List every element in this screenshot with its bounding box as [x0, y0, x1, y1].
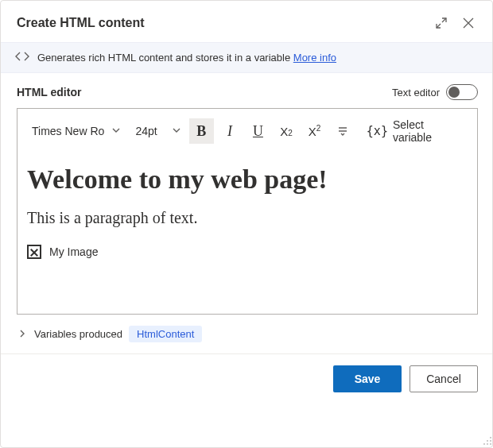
info-text: Generates rich HTML content and stores i… — [37, 52, 336, 64]
expand-button[interactable] — [430, 12, 452, 34]
editor-toolbar: Times New Rom 24pt B I U X2 X2 — [17, 109, 477, 153]
toggle-knob — [448, 87, 460, 98]
font-family-value: Times New Rom — [32, 125, 105, 137]
code-icon — [15, 51, 29, 64]
editor-header-row: HTML editor Text editor — [17, 84, 478, 100]
select-variable-label: Select variable — [393, 118, 464, 144]
superscript-button[interactable]: X2 — [302, 118, 328, 144]
variables-produced-row[interactable]: Variables produced HtmlContent — [17, 315, 478, 347]
toolbar-overflow-button[interactable] — [330, 118, 355, 144]
svg-point-4 — [487, 443, 488, 445]
svg-point-1 — [490, 440, 491, 442]
dialog-header: Create HTML content — [1, 1, 493, 42]
broken-image-icon — [27, 245, 41, 259]
info-strip: Generates rich HTML content and stores i… — [1, 42, 493, 73]
font-size-value: 24pt — [135, 125, 165, 137]
overflow-icon — [338, 126, 347, 137]
text-editor-toggle[interactable] — [446, 84, 478, 100]
underline-button[interactable]: U — [246, 118, 271, 144]
chevron-down-icon — [111, 125, 121, 137]
close-icon — [463, 17, 474, 29]
expand-icon — [436, 17, 447, 29]
close-button[interactable] — [457, 12, 479, 34]
editor-frame: Times New Rom 24pt B I U X2 X2 — [17, 108, 478, 315]
chevron-right-icon — [17, 328, 28, 340]
more-info-link[interactable]: More info — [293, 52, 336, 64]
variables-produced-label: Variables produced — [34, 328, 122, 340]
font-family-combo[interactable]: Times New Rom — [25, 119, 126, 143]
svg-point-5 — [483, 443, 485, 445]
text-editor-label: Text editor — [392, 87, 440, 98]
variable-chip[interactable]: HtmlContent — [129, 326, 202, 342]
cancel-button[interactable]: Cancel — [410, 365, 478, 392]
italic-button[interactable]: I — [217, 118, 243, 144]
content-image-alt: My Image — [49, 245, 98, 258]
resize-grip-icon — [483, 436, 492, 446]
svg-point-2 — [490, 443, 491, 445]
variable-icon: {x} — [367, 124, 388, 138]
editor-canvas[interactable]: Welcome to my web page! This is a paragr… — [17, 153, 477, 314]
editor-label: HTML editor — [17, 86, 392, 98]
content-heading: Welcome to my web page! — [27, 164, 468, 195]
dialog-title: Create HTML content — [17, 16, 425, 30]
select-variable-button[interactable]: {x} Select variable — [362, 115, 469, 147]
subscript-button[interactable]: X2 — [274, 118, 299, 144]
save-button[interactable]: Save — [333, 365, 402, 392]
content-image-row: My Image — [27, 245, 468, 259]
svg-point-3 — [487, 440, 488, 442]
bold-button[interactable]: B — [189, 118, 215, 144]
chevron-down-icon — [172, 125, 181, 137]
svg-point-0 — [490, 437, 491, 438]
dialog-footer: Save Cancel — [1, 353, 493, 407]
dialog-body: HTML editor Text editor Times New Rom 24… — [1, 73, 493, 353]
font-size-combo[interactable]: 24pt — [129, 119, 185, 143]
content-paragraph: This is a paragraph of text. — [27, 209, 468, 227]
